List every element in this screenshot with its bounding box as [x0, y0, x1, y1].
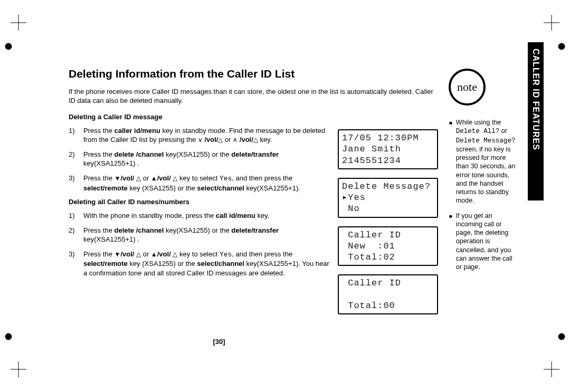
svg-point-11	[558, 333, 565, 340]
page-number: [30]	[0, 338, 438, 346]
bullet-icon: ●	[449, 119, 453, 205]
step-text: Press the delete /channel key(XSA1255) o…	[83, 226, 332, 244]
step-text: Press the ▼/vol/ △ or ▲/vol/ △ key to se…	[83, 174, 332, 193]
step-text: Press the ▼/vol/ △ or ▲/vol/ △ key to se…	[83, 250, 332, 278]
note-badge: note	[449, 69, 486, 106]
instruction-step: 2)Press the delete /channel key(XSA1255)…	[69, 226, 332, 244]
svg-point-9	[558, 43, 565, 50]
svg-point-8	[5, 43, 12, 50]
note-item: ●While using the Delete All? or Delete M…	[449, 118, 517, 205]
bullet-icon: ●	[449, 213, 453, 272]
note-list: ●While using the Delete All? or Delete M…	[449, 118, 517, 271]
lcd-screen-3: Caller ID New :01 Total:02	[338, 226, 438, 266]
intro-text: If the phone receives more Caller ID mes…	[69, 88, 438, 106]
note-text: If you get an incoming call or page, the…	[456, 212, 517, 272]
instruction-step: 3)Press the ▼/vol/ △ or ▲/vol/ △ key to …	[69, 174, 332, 193]
section-a-heading: Deleting a Caller ID message	[69, 113, 332, 121]
instruction-step: 1)Press the caller id/menu key in standb…	[69, 126, 332, 145]
instruction-step: 1)With the phone in standby mode, press …	[69, 211, 332, 221]
lcd-screens: 17/05 12:30PM Jane Smith 2145551234 Dele…	[338, 129, 438, 314]
note-item: ●If you get an incoming call or page, th…	[449, 212, 517, 272]
section-tab: CALLER ID FEATURES	[528, 42, 544, 200]
step-text: With the phone in standby mode, press th…	[83, 211, 332, 221]
section-a-steps: 1)Press the caller id/menu key in standb…	[69, 126, 332, 193]
lcd-screen-1: 17/05 12:30PM Jane Smith 2145551234	[338, 129, 438, 169]
lcd-screen-2: Delete Message? ▸Yes No	[338, 178, 438, 218]
note-text: While using the Delete All? or Delete Me…	[456, 118, 517, 205]
step-number: 3)	[69, 250, 83, 278]
section-b-heading: Deleting all Caller ID names/numbers	[69, 198, 332, 206]
section-b-steps: 1)With the phone in standby mode, press …	[69, 211, 332, 278]
step-number: 3)	[69, 174, 83, 193]
instruction-step: 2)Press the delete /channel key(XSA1255)…	[69, 150, 332, 168]
page-title: Deleting Information from the Caller ID …	[69, 68, 438, 80]
step-number: 1)	[69, 211, 83, 221]
step-text: Press the delete /channel key(XSA1255) o…	[83, 150, 332, 168]
lcd-screen-4: Caller ID Total:00	[338, 274, 438, 314]
step-number: 1)	[69, 126, 83, 145]
step-number: 2)	[69, 150, 83, 168]
instruction-step: 3)Press the ▼/vol/ △ or ▲/vol/ △ key to …	[69, 250, 332, 278]
step-number: 2)	[69, 226, 83, 244]
step-text: Press the caller id/menu key in standby …	[83, 126, 332, 145]
